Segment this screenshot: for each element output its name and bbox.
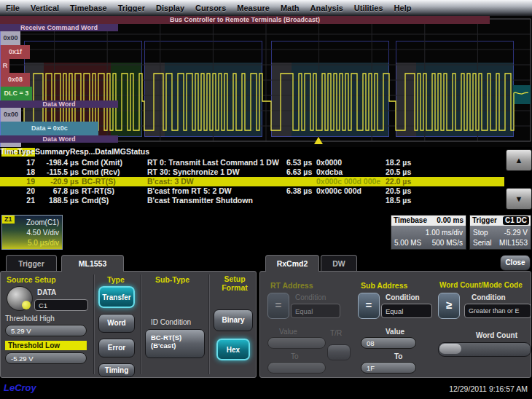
rt-address-title: RT Address xyxy=(270,281,313,290)
menu-item-cursors[interactable]: Cursors xyxy=(195,4,226,12)
rt-equal-operator-button[interactable]: = xyxy=(267,293,289,319)
cell-img: 18.5 µs xyxy=(386,196,415,205)
cell-img: 22.0 µs xyxy=(386,177,415,186)
wc-condition-select[interactable]: Greater than or E xyxy=(464,304,531,318)
decode-field: 0x00 xyxy=(0,31,20,45)
sub-condition-select[interactable]: Equal xyxy=(381,304,432,318)
menu-item-math[interactable]: Math xyxy=(281,4,300,12)
type-button-timing[interactable]: Timing xyxy=(98,363,135,377)
decode-table: MIL1553 TimeTypeSummaryResp...DataIMGSta… xyxy=(0,147,532,213)
trigger-kind-protocol: Serial MIL1553 xyxy=(470,238,531,248)
menu-item-file[interactable]: File xyxy=(6,4,20,12)
sub-to-field[interactable]: 1F xyxy=(361,362,416,374)
menu-item-utilities[interactable]: Utilities xyxy=(354,4,383,12)
trigger-header: Trigger C1 DC xyxy=(470,216,531,226)
close-button[interactable]: Close xyxy=(500,255,531,271)
cell-summary: RT 30: Synchronize 1 DW xyxy=(147,167,286,177)
menu-item-timebase[interactable]: Timebase xyxy=(70,4,107,12)
timebase-rate: 500 MS/s xyxy=(432,238,463,248)
table-row[interactable]: 17-198.4 µsCmd (Xmit)RT 0: Transmit Last… xyxy=(0,158,504,167)
cell-time: -198.4 µs xyxy=(36,158,79,167)
menu-bar: FileVerticalTimebaseTriggerDisplayCursor… xyxy=(0,0,532,16)
tr-button[interactable] xyxy=(327,344,351,360)
menu-item-measure[interactable]: Measure xyxy=(237,4,270,12)
word-band: Data Word xyxy=(0,100,118,108)
data-label: DATA xyxy=(37,288,56,296)
gte-operator-button[interactable]: ≥ xyxy=(438,293,460,319)
z1-tdiv: 5.0 µs/div xyxy=(28,239,59,247)
cell-type: BC-RT(S) xyxy=(82,177,146,186)
cell-index: 19 xyxy=(13,177,35,186)
cell-index: 18 xyxy=(13,167,35,177)
cell-time: -20.9 µs xyxy=(36,177,79,186)
table-row[interactable]: 18-115.5 µsCmd (Rcv)RT 30: Synchronize 1… xyxy=(0,167,504,177)
type-button-error[interactable]: Error xyxy=(98,339,135,357)
menu-item-analysis[interactable]: Analysis xyxy=(310,4,343,12)
channel-descriptor-z1[interactable]: Z1 Zoom(C1) 4.50 V/div 5.0 µs/div xyxy=(1,215,63,250)
rt-condition-label: Condition xyxy=(295,293,326,301)
tab-rxcmd2[interactable]: RxCmd2 xyxy=(265,255,319,272)
mil1553-setup-dialog: Source Setup DATA C1 Threshold High 5.29… xyxy=(0,271,257,378)
cell-time: -115.5 µs xyxy=(36,167,79,177)
source-knob[interactable] xyxy=(7,286,33,311)
threshold-low-field[interactable]: -5.29 V xyxy=(5,352,87,364)
sub-equal-operator-button[interactable]: = xyxy=(358,293,380,319)
timebase-descriptor[interactable]: Timebase 0.00 ms 1.00 ms/div 5.00 MS 500… xyxy=(391,215,466,250)
tab-trigger[interactable]: Trigger xyxy=(6,255,57,272)
word-band: Data Word xyxy=(0,135,118,143)
setup-format-title: Setup Format xyxy=(216,274,253,292)
column-header[interactable]: Type xyxy=(17,147,35,156)
cell-index: 21 xyxy=(13,196,35,205)
type-button-word[interactable]: Word xyxy=(98,314,135,333)
menu-item-display[interactable]: Display xyxy=(156,4,184,12)
column-header[interactable]: Data xyxy=(95,147,112,156)
scroll-down-button[interactable]: ▼ xyxy=(506,188,532,210)
tab-ml1553[interactable]: ML1553 xyxy=(61,255,124,272)
column-header[interactable]: Resp... xyxy=(70,147,95,156)
rt-to-field[interactable] xyxy=(267,362,326,374)
rt-to-label: To xyxy=(291,352,299,360)
clock: 12/29/2011 9:16:57 AM xyxy=(449,384,528,393)
word-count-title: Word Count/Mode Code xyxy=(439,281,523,289)
cell-type: Cmd(S) xyxy=(82,196,146,205)
table-row[interactable]: 2067.8 µsRT-RT(S)B'cast from RT 5: 2 DW6… xyxy=(0,186,504,196)
column-header[interactable]: Summary xyxy=(35,147,70,156)
knob-indicator-icon xyxy=(22,301,31,309)
sub-value-label: Value xyxy=(386,328,404,336)
scroll-up-button[interactable]: ▲ xyxy=(506,149,532,171)
decode-field: DLC = 3 xyxy=(0,87,32,100)
z1-vdiv: 4.50 V/div xyxy=(27,229,59,237)
column-header[interactable]: Time xyxy=(0,147,17,156)
sub-value-field[interactable]: 08 xyxy=(361,337,416,349)
wc-count-label: Word Count xyxy=(476,331,517,339)
rt-value-field[interactable] xyxy=(267,337,326,349)
id-condition-button[interactable]: BC-RT(S) (B'cast) xyxy=(145,329,205,358)
table-row[interactable]: 19-20.9 µsBC-RT(S)B'cast: 3 DW0x000c 000… xyxy=(0,177,504,186)
subtype-title: Sub-Type xyxy=(155,275,189,284)
rt-condition-select[interactable]: Equal xyxy=(291,304,340,318)
table-row[interactable]: 21188.5 µsCmd(S)B'cast Transmitter Shutd… xyxy=(0,196,504,205)
menu-item-trigger[interactable]: Trigger xyxy=(118,4,145,12)
sub-address-title: Sub Address xyxy=(361,281,407,290)
cell-resp: 6.53 µs xyxy=(286,158,316,167)
decode-field: 0x08 xyxy=(0,73,30,87)
menu-item-vertical[interactable]: Vertical xyxy=(31,4,59,12)
tr-label: T/R xyxy=(330,329,342,337)
slider-handle[interactable] xyxy=(439,344,461,354)
threshold-high-field[interactable]: 5.29 V xyxy=(5,325,87,336)
trigger-descriptor[interactable]: Trigger C1 DC Stop -5.29 V Serial MIL155… xyxy=(469,215,531,250)
cell-type: RT-RT(S) xyxy=(82,186,146,196)
trigger-source-badge: C1 DC xyxy=(503,216,529,225)
column-header[interactable]: IMG xyxy=(112,147,126,156)
decode-banner: Bus Controller to Remote Terminals (Broa… xyxy=(0,16,490,24)
word-count-slider[interactable] xyxy=(438,342,531,357)
cell-resp: 6.38 µs xyxy=(286,186,316,196)
cell-type: Cmd (Xmit) xyxy=(82,158,146,167)
column-header[interactable]: Status xyxy=(126,147,149,156)
menu-item-help[interactable]: Help xyxy=(394,4,412,12)
tab-dw[interactable]: DW xyxy=(321,255,357,272)
format-button-hex[interactable]: Hex xyxy=(216,339,250,360)
source-channel-field[interactable]: C1 xyxy=(34,299,88,311)
type-button-transfer[interactable]: Transfer xyxy=(98,286,135,308)
format-button-binary[interactable]: Binary xyxy=(214,309,253,331)
